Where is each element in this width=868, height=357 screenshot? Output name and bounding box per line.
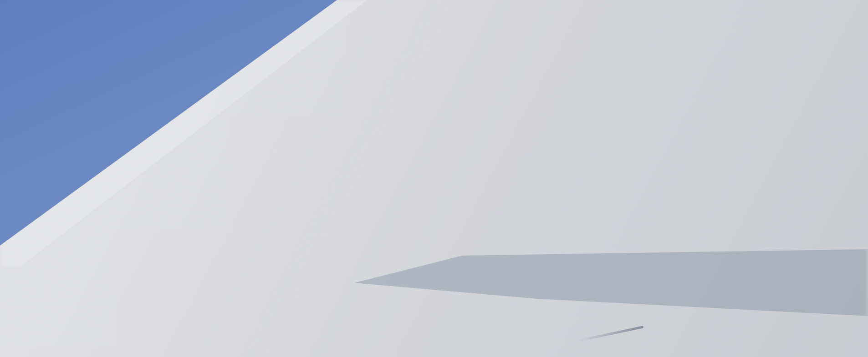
desktop: My Host Audio Photo xyxy=(0,0,868,357)
twig xyxy=(639,329,645,333)
